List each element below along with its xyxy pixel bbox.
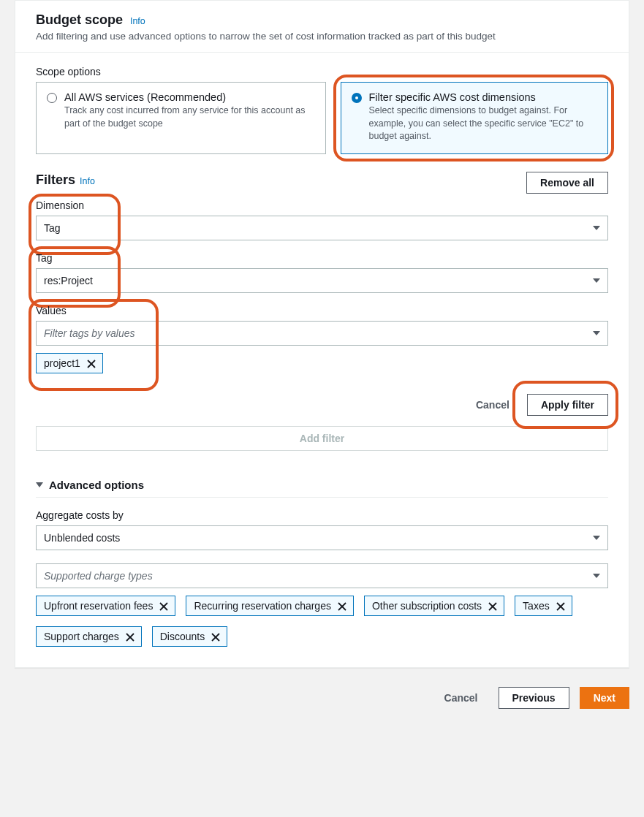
remove-token-button[interactable]	[125, 632, 134, 641]
charge-type-label: Support charges	[44, 631, 119, 642]
chevron-down-icon	[36, 482, 43, 487]
panel-header: Budget scope Info Add filtering and use …	[15, 1, 629, 53]
aggregate-costs-field: Aggregate costs by Unblended costs	[36, 508, 608, 550]
dimension-select[interactable]: Tag	[36, 216, 608, 240]
budget-scope-panel: Budget scope Info Add filtering and use …	[15, 0, 629, 668]
scope-option-filter-dimensions[interactable]: Filter specific AWS cost dimensions Sele…	[341, 82, 609, 154]
remove-token-button[interactable]	[159, 601, 167, 610]
values-select[interactable]: Filter tags by values	[36, 321, 608, 346]
remove-token-button[interactable]	[337, 601, 346, 610]
close-icon	[125, 632, 135, 642]
filters-title: Filters	[36, 172, 75, 188]
charge-type-token: Taxes	[515, 596, 572, 616]
charge-type-label: Other subscription costs	[372, 600, 482, 612]
apply-filter-button[interactable]: Apply filter	[527, 394, 608, 416]
dimension-select-value: Tag	[44, 222, 61, 234]
chevron-down-icon	[593, 574, 600, 578]
scope-option-all-title: All AWS services (Recommended)	[64, 91, 315, 103]
charge-types-placeholder: Supported charge types	[44, 570, 153, 582]
chevron-down-icon	[593, 226, 600, 230]
close-icon	[488, 601, 498, 612]
scope-option-filter-desc: Select specific dimensions to budget aga…	[369, 104, 598, 143]
panel-info-link[interactable]: Info	[130, 16, 145, 26]
tag-label: Tag	[36, 251, 608, 265]
remove-token-button[interactable]	[86, 359, 95, 368]
dimension-field: Dimension Tag	[36, 198, 608, 240]
panel-subtitle: Add filtering and use advanced options t…	[36, 31, 614, 42]
close-icon	[337, 601, 347, 612]
chevron-down-icon	[593, 278, 600, 283]
value-token-label: project1	[44, 357, 80, 369]
remove-token-button[interactable]	[556, 601, 564, 610]
radio-icon	[47, 93, 57, 103]
remove-token-button[interactable]	[211, 632, 219, 641]
values-select-placeholder: Filter tags by values	[44, 327, 135, 339]
divider	[36, 497, 608, 498]
remove-token-button[interactable]	[488, 601, 496, 610]
cancel-filter-button[interactable]: Cancel	[466, 395, 520, 415]
tag-field: Tag res:Project	[36, 251, 608, 293]
charge-type-label: Upfront reservation fees	[44, 600, 153, 612]
charge-type-label: Discounts	[160, 631, 205, 642]
charge-type-label: Recurring reservation charges	[194, 600, 331, 612]
close-icon	[86, 359, 96, 369]
radio-icon	[352, 93, 362, 103]
charge-type-token: Upfront reservation fees	[36, 596, 175, 616]
cancel-button[interactable]: Cancel	[434, 688, 488, 708]
chevron-down-icon	[593, 331, 600, 335]
charge-type-token: Support charges	[36, 626, 142, 647]
charge-types-field: Supported charge types Upfront reservati…	[36, 563, 608, 647]
close-icon	[556, 601, 566, 612]
filters-info-link[interactable]: Info	[80, 176, 95, 186]
tag-select-value: res:Project	[44, 275, 93, 286]
charge-type-token: Recurring reservation charges	[186, 596, 354, 616]
remove-all-button[interactable]: Remove all	[526, 172, 608, 194]
scope-options-label: Scope options	[36, 66, 608, 77]
values-label: Values	[36, 303, 608, 318]
panel-title: Budget scope	[36, 12, 123, 27]
aggregate-label: Aggregate costs by	[36, 508, 608, 522]
add-filter-button[interactable]: Add filter	[36, 426, 608, 451]
previous-button[interactable]: Previous	[499, 687, 569, 709]
charge-type-token: Discounts	[152, 626, 227, 647]
footer-actions: Cancel Previous Next	[15, 687, 629, 709]
scope-option-all-services[interactable]: All AWS services (Recommended) Track any…	[36, 82, 326, 154]
values-field: Values Filter tags by values project1	[36, 303, 608, 373]
tag-select[interactable]: res:Project	[36, 268, 608, 293]
value-token: project1	[36, 353, 103, 373]
charge-types-select[interactable]: Supported charge types	[36, 563, 608, 588]
scope-option-all-desc: Track any cost incurred from any service…	[64, 104, 315, 130]
close-icon	[159, 601, 169, 612]
scope-option-filter-title: Filter specific AWS cost dimensions	[369, 91, 598, 103]
aggregate-select-value: Unblended costs	[44, 532, 120, 544]
chevron-down-icon	[593, 536, 600, 540]
charge-type-token: Other subscription costs	[364, 596, 504, 616]
advanced-options-toggle[interactable]: Advanced options	[36, 479, 608, 491]
charge-type-label: Taxes	[523, 600, 550, 612]
dimension-label: Dimension	[36, 198, 608, 213]
next-button[interactable]: Next	[580, 687, 629, 709]
close-icon	[211, 632, 221, 642]
aggregate-select[interactable]: Unblended costs	[36, 525, 608, 550]
advanced-options-title: Advanced options	[49, 479, 144, 491]
